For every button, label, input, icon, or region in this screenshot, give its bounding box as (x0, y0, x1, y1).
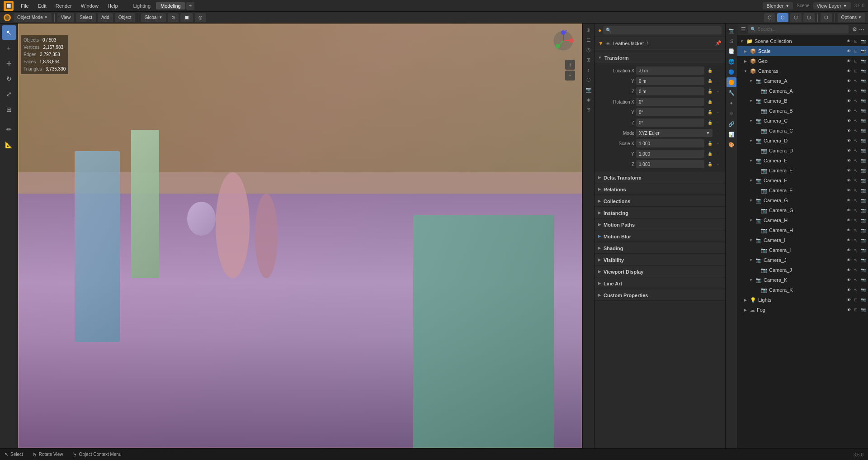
camera-g-sel[interactable]: ↖ (853, 207, 859, 213)
camera-h-group-row[interactable]: ▼ 📷 Camera_H 👁 ↖ 📷 (737, 215, 868, 225)
rotation-z-lock[interactable]: 🔒 (706, 119, 713, 126)
camera-i-select[interactable]: ↖ (853, 237, 859, 243)
camera-g-group-expand[interactable]: ▼ (748, 198, 754, 203)
camera-d-sel[interactable]: ↖ (853, 147, 859, 154)
delta-transform-header[interactable]: ▶ Delta Transform (594, 172, 725, 183)
fog-viewport[interactable]: ⊡ (853, 307, 859, 313)
camera-a-row[interactable]: 📷 Camera_A 👁 ↖ 📷 (737, 86, 868, 96)
camera-d-vis[interactable]: 👁 (845, 147, 852, 154)
camera-j-select[interactable]: ↖ (853, 257, 859, 263)
camera-e-render[interactable]: 📷 (860, 157, 866, 164)
object-btn[interactable]: Object (115, 13, 135, 22)
viewport-tool-7[interactable]: 📷 (584, 85, 593, 94)
camera-a-render[interactable]: 📷 (860, 88, 866, 94)
camera-d-ren[interactable]: 📷 (860, 147, 866, 154)
camera-a-group-select[interactable]: ↖ (853, 78, 859, 84)
viewport-tool-1[interactable]: ⊕ (584, 25, 593, 34)
camera-k-render[interactable]: 📷 (860, 277, 866, 283)
camera-b-group-expand[interactable]: ▼ (748, 98, 754, 104)
transform-pivot-btn[interactable]: ⊙ (168, 13, 179, 22)
camera-h-row[interactable]: 📷 Camera_H 👁 ↖ 📷 (737, 225, 868, 235)
camera-c-vis[interactable]: 👁 (845, 128, 852, 134)
camera-j-group-row[interactable]: ▼ 📷 Camera_J 👁 ↖ 📷 (737, 255, 868, 265)
camera-h-sel[interactable]: ↖ (853, 227, 859, 233)
scene-selector[interactable]: Blender ▼ (763, 2, 793, 9)
camera-g-visibility[interactable]: 👁 (845, 197, 852, 204)
workspace-add-tab[interactable]: + (186, 2, 194, 10)
scale-x-lock[interactable]: 🔒 (706, 140, 713, 147)
instancing-header[interactable]: ▶ Instancing (594, 208, 725, 218)
scale-z-dot[interactable]: · (714, 161, 722, 168)
camera-k-group-row[interactable]: ▼ 📷 Camera_K 👁 ↖ 📷 (737, 275, 868, 285)
camera-h-group-expand[interactable]: ▼ (748, 218, 754, 223)
scale-x-dot[interactable]: · (714, 140, 722, 147)
tool-select[interactable]: ↖ (2, 25, 16, 40)
viewport-shading-material[interactable]: ⬡ (790, 13, 802, 22)
camera-g-render[interactable]: 📷 (860, 197, 866, 204)
camera-c-sel[interactable]: ↖ (853, 128, 859, 134)
camera-i-row[interactable]: 📷 Camera_I 👁 ↖ 📷 (737, 245, 868, 255)
snap-btn[interactable]: 🔲 (180, 13, 193, 22)
viewport-tool-5[interactable]: ↕ (584, 65, 593, 74)
rotation-y-dot[interactable]: · (714, 109, 722, 116)
tool-scale[interactable]: ⤢ (2, 87, 16, 101)
geo-visibility[interactable]: 👁 (845, 58, 852, 64)
prop-icon-scene[interactable]: 🌐 (726, 57, 736, 66)
workspace-tab-lighting[interactable]: Lighting (129, 2, 156, 9)
camera-j-vis[interactable]: 👁 (845, 267, 852, 273)
camera-a-group-row[interactable]: ▼ 📷 Camera_A 👁 ↖ 📷 (737, 76, 868, 86)
cameras-expand[interactable]: ▼ (743, 68, 748, 74)
camera-a-select[interactable]: ↖ (853, 88, 859, 94)
viewport-tool-2[interactable]: ☰ (584, 35, 593, 44)
scale-z-lock[interactable]: 🔒 (706, 161, 713, 168)
prop-icon-output[interactable]: 🖨 (726, 36, 736, 46)
camera-e-row[interactable]: 📷 Camera_E 👁 ↖ 📷 (737, 166, 868, 175)
scale-y-value[interactable]: 1.000 (636, 150, 704, 158)
camera-h-select[interactable]: ↖ (853, 217, 859, 223)
location-x-lock[interactable]: 🔒 (706, 67, 713, 74)
camera-f-visibility[interactable]: 👁 (845, 177, 852, 184)
camera-a-visibility[interactable]: 👁 (845, 88, 852, 94)
viewport-tool-3[interactable]: ◎ (584, 45, 593, 54)
camera-c-ren[interactable]: 📷 (860, 128, 866, 134)
camera-f-row[interactable]: 📷 Camera_F 👁 ↖ 📷 (737, 185, 868, 195)
fog-expand[interactable]: ▶ (743, 307, 748, 313)
fog-render[interactable]: 📷 (860, 307, 866, 313)
camera-k-vis[interactable]: 👁 (845, 287, 852, 293)
camera-g-group-row[interactable]: ▼ 📷 Camera_G 👁 ↖ 📷 (737, 195, 868, 205)
camera-e-vis[interactable]: 👁 (845, 167, 852, 174)
rotation-z-value[interactable]: 0° (636, 119, 704, 127)
add-btn[interactable]: Add (98, 13, 113, 22)
motion-blur-header[interactable]: ▶ Motion Blur (594, 231, 725, 242)
camera-e-ren[interactable]: 📷 (860, 167, 866, 174)
lights-expand[interactable]: ▶ (743, 297, 748, 303)
camera-i-group-row[interactable]: ▼ 📷 Camera_I 👁 ↖ 📷 (737, 235, 868, 245)
menu-file[interactable]: File (17, 2, 33, 9)
menu-edit[interactable]: Edit (34, 2, 50, 9)
camera-j-render[interactable]: 📷 (860, 257, 866, 263)
camera-i-render[interactable]: 📷 (860, 237, 866, 243)
camera-g-select[interactable]: ↖ (853, 197, 859, 204)
motion-paths-header[interactable]: ▶ Motion Paths (594, 219, 725, 230)
scene-collection-visibility[interactable]: 👁 (845, 38, 852, 44)
3d-viewport[interactable]: X Y Z + - (18, 24, 582, 448)
camera-h-visibility[interactable]: 👁 (845, 217, 852, 223)
camera-i-group-expand[interactable]: ▼ (748, 237, 754, 243)
fog-visibility[interactable]: 👁 (845, 307, 852, 313)
shading-header[interactable]: ▶ Shading (594, 243, 725, 254)
scale-y-lock[interactable]: 🔒 (706, 150, 713, 157)
viewport-shading-wire[interactable]: ⬡ (764, 13, 775, 22)
editor-type-btn[interactable]: ⬡ (821, 13, 832, 22)
geo-render[interactable]: 📷 (860, 58, 866, 64)
select-btn[interactable]: Select (76, 13, 96, 22)
menu-window[interactable]: Window (77, 2, 102, 9)
camera-e-visibility[interactable]: 👁 (845, 157, 852, 164)
camera-i-visibility[interactable]: 👁 (845, 237, 852, 243)
line-art-header[interactable]: ▶ Line Art (594, 278, 725, 289)
rotation-x-lock[interactable]: 🔒 (706, 98, 713, 105)
camera-h-vis[interactable]: 👁 (845, 227, 852, 233)
cameras-viewport[interactable]: ⊡ (853, 68, 859, 74)
cameras-collection-row[interactable]: ▼ 📦 Cameras 👁 ⊡ 📷 (737, 66, 868, 76)
prop-icon-object[interactable]: 🟠 (726, 77, 736, 87)
scene-collection-render[interactable]: 📷 (860, 38, 866, 44)
